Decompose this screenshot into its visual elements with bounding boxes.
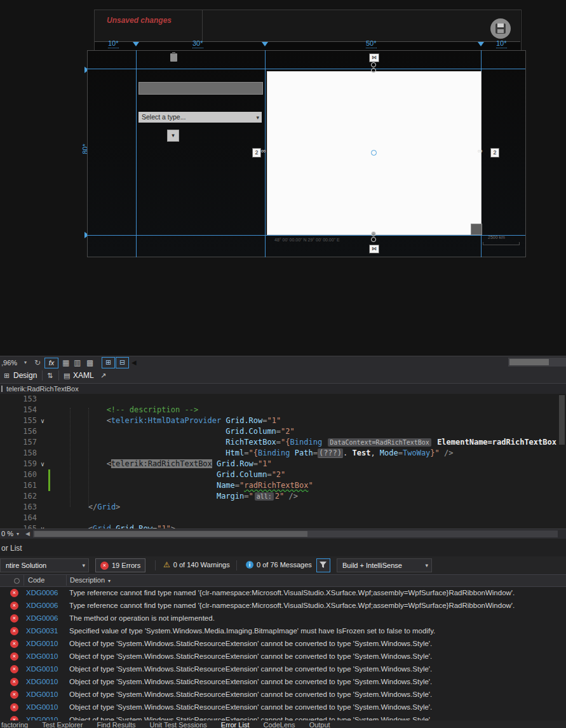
panel-tab-output[interactable]: Output	[309, 720, 330, 728]
filter-button[interactable]	[316, 558, 330, 572]
margin-chain-bottom-icon[interactable]	[371, 231, 376, 243]
designed-expander-button[interactable]: ▾	[167, 130, 179, 142]
warnings-count-label: 0 of 140 Warnings	[173, 558, 230, 571]
error-row[interactable]: ×XDG0031Specified value of type 'System.…	[0, 624, 566, 637]
code-line[interactable]: 161Name="radRichTextBox"	[0, 480, 566, 491]
errors-filter-button[interactable]: × 19 Errors	[95, 558, 145, 572]
scope-filter-dropdown[interactable]: ntire Solution ▾	[0, 558, 89, 572]
code-line[interactable]: 159∨<telerik:RadRichTextBox Grid.Row="1"	[0, 459, 566, 469]
panel-tab-error-list[interactable]: Error List	[221, 720, 250, 728]
editor-zoom-dropdown[interactable]: 0 %	[1, 529, 13, 539]
fold-chevron-icon[interactable]: ∨	[37, 415, 48, 426]
selection-center-handle[interactable]	[371, 150, 377, 156]
tab-design[interactable]: Design	[13, 368, 37, 382]
line-number: 155	[0, 415, 37, 426]
show-grid-icon[interactable]: ▦	[62, 356, 69, 369]
column-header-code[interactable]: Code	[28, 575, 44, 586]
grid-column-width-label[interactable]: 10*	[496, 39, 507, 48]
margin-chain-top-icon[interactable]	[371, 62, 376, 74]
refresh-icon[interactable]: ↻	[34, 356, 41, 369]
error-row[interactable]: ×XDG0010Object of type 'System.Windows.S…	[0, 637, 566, 650]
error-row[interactable]: ×XDG0006Type reference cannot find type …	[0, 599, 566, 612]
editor-horizontal-scrollbar[interactable]	[33, 530, 558, 537]
code-line[interactable]: 163</Grid>	[0, 502, 566, 513]
panel-tab-find-results[interactable]: Find Results	[97, 720, 135, 728]
error-row[interactable]: ×XDG0006The method or operation is not i…	[0, 612, 566, 624]
zoom-dropdown[interactable]: ,96%	[1, 356, 17, 369]
panel-tab-test-explorer[interactable]: Test Explorer	[42, 720, 83, 728]
column-splitter-marker-icon[interactable]	[478, 42, 484, 46]
error-icon: ×	[10, 602, 18, 610]
source-filter-dropdown[interactable]: Build + IntelliSense ▾	[337, 558, 432, 572]
code-line[interactable]: 156Grid.Column="2"	[0, 426, 566, 437]
error-row[interactable]: ×XDG0010Object of type 'System.Windows.S…	[0, 688, 566, 701]
xaml-code-editor[interactable]: 153154<!-- description -->155∨<telerik:H…	[0, 394, 566, 529]
show-columns-icon[interactable]: ▥	[74, 356, 81, 369]
grid-column-width-label[interactable]: 30*	[192, 39, 203, 48]
code-line[interactable]: 153	[0, 394, 566, 405]
chevron-down-icon[interactable]: ▾	[24, 356, 27, 369]
code-line[interactable]: 155∨<telerik:HtmlDataProvider Grid.Row="…	[0, 415, 566, 426]
column-divider[interactable]	[66, 575, 67, 586]
margin-chain-left-icon[interactable]: ∞	[261, 147, 266, 154]
margin-value-badge-left[interactable]: 2	[252, 148, 261, 158]
scroll-left-arrow-icon[interactable]: ◀	[25, 529, 30, 539]
fold-chevron-icon[interactable]: ∨	[37, 459, 48, 469]
warning-icon: ⚠	[163, 558, 170, 571]
designed-combobox[interactable]: Select a type... ▾	[138, 112, 262, 123]
error-row[interactable]: ×XDG0010Object of type 'System.Windows.S…	[0, 713, 566, 720]
snap-grid-toggle-icon[interactable]: ⊞	[102, 357, 115, 368]
panel-tab-factoring[interactable]: factoring	[1, 720, 28, 728]
code-line[interactable]: 154<!-- description -->	[0, 405, 566, 415]
effects-fx-button[interactable]: fx	[44, 358, 58, 368]
snaplines-toggle-icon[interactable]: ⊟	[116, 357, 129, 368]
divider	[58, 370, 59, 381]
panel-tab-unit-test-sessions[interactable]: Unit Test Sessions	[150, 720, 207, 728]
designed-textbox[interactable]	[138, 82, 263, 95]
panel-tab-codelens[interactable]: CodeLens	[263, 720, 295, 728]
error-row[interactable]: ×XDG0010Object of type 'System.Windows.S…	[0, 701, 566, 713]
error-description: Type reference cannot find type named '{…	[69, 602, 515, 609]
messages-filter-button[interactable]: i 0 of 76 Messages	[241, 558, 316, 571]
margin-anchor-bottom-icon[interactable]: ⋈	[369, 245, 379, 253]
error-row[interactable]: ×XDG0010Object of type 'System.Windows.S…	[0, 663, 566, 675]
tab-xaml[interactable]: XAML	[73, 368, 94, 382]
overflow-arrow-icon[interactable]: ◀	[131, 356, 137, 369]
editor-status-bar: 0 % ▾ ◀	[0, 529, 566, 539]
code-line[interactable]: 165∨<Grid Grid.Row="1">	[0, 523, 566, 529]
swap-panes-icon[interactable]: ⇅	[47, 368, 53, 382]
error-row[interactable]: ×XDG0006Type reference cannot find type …	[0, 586, 566, 599]
code-line[interactable]: 162Margin="all:2" />	[0, 491, 566, 502]
fold-chevron-icon[interactable]: ∨	[37, 523, 48, 529]
margin-value-badge-right[interactable]: 2	[490, 148, 499, 158]
column-divider[interactable]	[24, 575, 24, 586]
code-text: <Grid Grid.Row="1">	[51, 523, 175, 529]
column-splitter-marker-icon[interactable]	[262, 42, 268, 46]
grid-column-width-label[interactable]: 50*	[366, 39, 377, 48]
margin-chain-right-icon[interactable]: ∞	[478, 147, 483, 154]
grid-column-width-label[interactable]: 10*	[108, 39, 119, 48]
designer-horizontal-scrollbar[interactable]	[508, 358, 566, 367]
editor-vertical-scrollbar[interactable]	[558, 394, 566, 529]
error-row[interactable]: ×XDG0010Object of type 'System.Windows.S…	[0, 650, 566, 663]
column-splitter-marker-icon[interactable]	[133, 42, 139, 46]
scrollbar-thumb[interactable]	[559, 395, 565, 445]
warnings-filter-button[interactable]: ⚠ 0 of 140 Warnings	[159, 558, 234, 571]
show-image-icon[interactable]: ▩	[86, 356, 93, 369]
popout-icon[interactable]: ↗	[100, 368, 106, 382]
resize-thumb[interactable]	[471, 224, 482, 235]
indent-guide	[70, 408, 71, 507]
error-icon: ×	[10, 640, 18, 648]
error-row[interactable]: ×XDG0010Object of type 'System.Windows.S…	[0, 675, 566, 688]
breadcrumb[interactable]: telerik:RadRichTextBox	[6, 384, 79, 394]
code-text: Html="{Binding Path=(???). Test, Mode=Tw…	[51, 448, 453, 459]
code-line[interactable]: 160Grid.Column="2"	[0, 469, 566, 480]
code-line[interactable]: 158Html="{Binding Path=(???). Test, Mode…	[0, 448, 566, 459]
margin-anchor-top-icon[interactable]: ⋈	[369, 53, 379, 62]
save-button[interactable]	[490, 18, 511, 39]
column-header-description[interactable]: Description▾	[70, 575, 111, 586]
chevron-down-icon[interactable]: ▾	[17, 529, 19, 539]
code-line[interactable]: 164	[0, 513, 566, 523]
designed-window-titlebar[interactable]	[95, 10, 520, 42]
code-line[interactable]: 157RichTextBox="{Binding DataContext=Rad…	[0, 437, 566, 448]
